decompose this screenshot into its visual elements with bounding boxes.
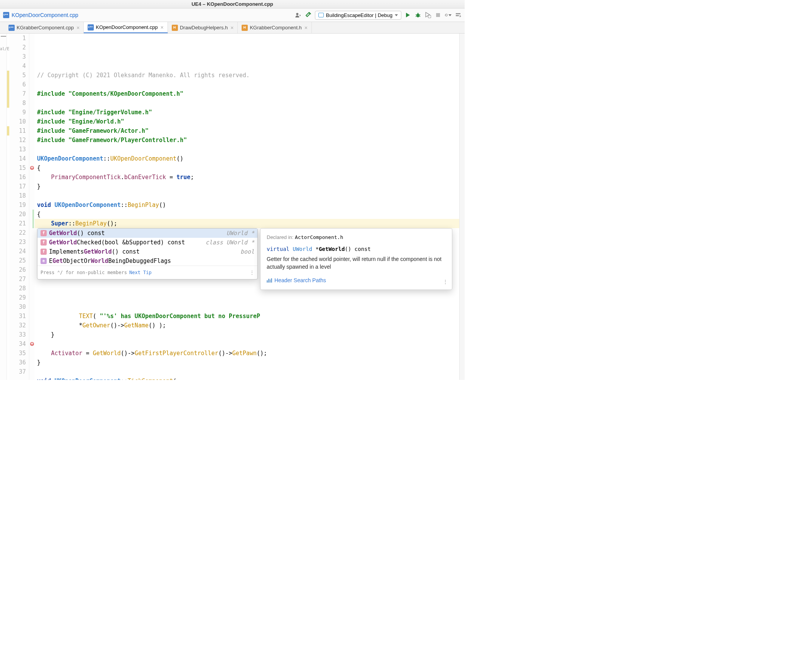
code-line[interactable]: } [37, 330, 465, 339]
line-number-gutter: 1234567891011121314151617181920212223242… [9, 34, 29, 380]
code-line[interactable]: UKOpenDoorComponent::UKOpenDoorComponent… [37, 154, 465, 163]
completion-return-type: UWorld * [227, 229, 254, 238]
close-icon[interactable]: × [76, 25, 80, 31]
completion-kind-icon: e [41, 258, 47, 264]
code-area[interactable]: // Copyright (C) 2021 Oleksandr Manenko.… [35, 34, 465, 380]
code-line[interactable]: void UKOpenDoorComponent::BeginPlay() [37, 200, 465, 210]
code-line[interactable]: { [37, 210, 465, 219]
completion-label: GetWorld() const [49, 229, 224, 238]
code-line[interactable]: #include "Engine/World.h" [37, 117, 465, 126]
code-line[interactable]: #include "Engine/TriggerVolume.h" [37, 108, 465, 117]
completion-kind-icon: f [41, 249, 47, 255]
monitor-icon [318, 13, 324, 17]
cpp-file-icon [8, 25, 15, 31]
close-icon[interactable]: × [161, 24, 164, 30]
code-line[interactable] [37, 191, 465, 200]
more-icon[interactable]: ⋮ [250, 268, 254, 277]
svg-rect-10 [456, 15, 459, 16]
code-line[interactable] [37, 367, 465, 376]
doc-declared-in: Declared in: ActorComponent.h [267, 234, 446, 241]
stop-icon[interactable] [435, 12, 442, 19]
user-menu-icon[interactable] [295, 12, 302, 19]
completion-return-type: bool [240, 247, 254, 256]
tab-label: DrawDebugHelpers.h [180, 25, 228, 30]
completion-kind-icon: f [41, 239, 47, 246]
tab-label: KGrabberComponent.cpp [17, 25, 74, 30]
code-editor[interactable]: al/E 12345678910111213141516171819202122… [0, 34, 465, 380]
autocomplete-item[interactable]: fGetWorld() constUWorld * [37, 229, 257, 238]
completion-return-type: class UWorld * [206, 238, 254, 247]
svg-line-3 [416, 15, 416, 15]
svg-line-4 [420, 15, 420, 15]
code-line[interactable]: // Copyright (C) 2021 Oleksandr Manenko.… [37, 71, 465, 80]
code-line[interactable]: { [37, 163, 465, 173]
window-title: UE4 – KOpenDoorComponent.cpp [191, 1, 273, 7]
code-line[interactable] [37, 339, 465, 349]
code-line[interactable]: Activator = GetWorld()->GetFirstPlayerCo… [37, 349, 465, 358]
autocomplete-popup[interactable]: fGetWorld() constUWorld *fGetWorldChecke… [37, 228, 258, 279]
code-line[interactable] [37, 302, 465, 312]
code-line[interactable]: TEXT( "'%s' has UKOpenDoorComponent but … [37, 312, 465, 321]
run-config-selector[interactable]: BuildingEscapeEditor | Debug [315, 11, 402, 20]
editor-tab[interactable]: KGrabberComponent.cpp× [5, 22, 84, 33]
completion-label: ImplementsGetWorld() const [49, 247, 238, 256]
close-icon[interactable]: × [304, 25, 308, 31]
completion-label: EGetObjectOrWorldBeingDebuggedFlags [49, 256, 252, 266]
code-line[interactable] [37, 293, 465, 302]
close-icon[interactable]: × [230, 25, 233, 31]
bars-icon [267, 278, 272, 283]
editor-scrollbar[interactable] [459, 34, 465, 380]
left-gutter-label: al/E [0, 44, 7, 54]
build-icon[interactable] [305, 12, 312, 19]
code-line[interactable]: #include "GameFramework/PlayerController… [37, 136, 465, 145]
cpp-file-icon [88, 24, 94, 30]
code-line[interactable]: Super::BeginPlay(); [37, 219, 465, 228]
editor-tab[interactable]: KGrabberComponent.h× [238, 22, 312, 33]
code-line[interactable]: #include "Components/KOpenDoorComponent.… [37, 89, 465, 98]
completion-kind-icon: f [41, 230, 47, 236]
run-icon[interactable] [404, 12, 411, 19]
editor-tab[interactable]: KOpenDoorComponent.cpp× [84, 22, 168, 33]
autocomplete-item[interactable]: eEGetObjectOrWorldBeingDebuggedFlags [37, 256, 257, 266]
doc-description: Getter for the cached world pointer, wil… [267, 255, 446, 271]
code-line[interactable]: PrimaryComponentTick.bCanEverTick = true… [37, 173, 465, 182]
search-everywhere-icon[interactable] [455, 12, 462, 19]
code-line[interactable]: #include "GameFramework/Actor.h" [37, 126, 465, 136]
autocomplete-item[interactable]: fImplementsGetWorld() constbool [37, 247, 257, 256]
h-file-icon [242, 25, 248, 31]
left-gutter: al/E [0, 34, 7, 380]
tab-label: KOpenDoorComponent.cpp [96, 24, 157, 30]
refresh-icon[interactable] [445, 12, 452, 19]
doc-header-search-link[interactable]: Header Search Paths [267, 276, 446, 284]
code-line[interactable]: *GetOwner()->GetName() ); [37, 321, 465, 330]
svg-point-7 [428, 15, 431, 18]
autocomplete-next-tip[interactable]: Next Tip [129, 268, 152, 277]
window-titlebar: UE4 – KOpenDoorComponent.cpp [0, 0, 465, 8]
autocomplete-item[interactable]: fGetWorldChecked(bool &bSupported) const… [37, 238, 257, 247]
debug-icon[interactable] [414, 12, 421, 19]
tab-label: KGrabberComponent.h [250, 25, 301, 30]
autocomplete-footer: Press ⌃/ for non-public members Next Tip… [37, 266, 257, 279]
code-line[interactable]: } [37, 358, 465, 367]
coverage-icon[interactable] [425, 12, 431, 19]
doc-signature: virtual UWorld *GetWorld() const [267, 245, 446, 253]
code-line[interactable] [37, 145, 465, 154]
code-line[interactable] [37, 98, 465, 108]
svg-rect-8 [436, 13, 440, 17]
code-line[interactable]: } [37, 182, 465, 191]
svg-line-6 [420, 16, 420, 17]
navigation-bar: KOpenDoorComponent.cpp BuildingEscapeEdi… [0, 8, 465, 22]
code-line[interactable] [37, 80, 465, 89]
autocomplete-hint: Press ⌃/ for non-public members [41, 268, 127, 277]
svg-point-0 [296, 13, 298, 15]
editor-tab[interactable]: DrawDebugHelpers.h× [168, 22, 238, 33]
svg-line-5 [416, 16, 416, 17]
code-line[interactable]: void UKOpenDoorComponent::TickComponent( [37, 376, 465, 380]
quick-doc-popup: Declared in: ActorComponent.h virtual UW… [260, 228, 452, 290]
breadcrumb-path[interactable]: KOpenDoorComponent.cpp [12, 12, 78, 18]
more-icon[interactable]: ⋮ [443, 278, 448, 286]
chevron-down-icon [395, 14, 398, 16]
completion-label: GetWorldChecked(bool &bSupported) const [49, 238, 203, 247]
h-file-icon [172, 25, 178, 31]
svg-point-1 [416, 14, 420, 17]
